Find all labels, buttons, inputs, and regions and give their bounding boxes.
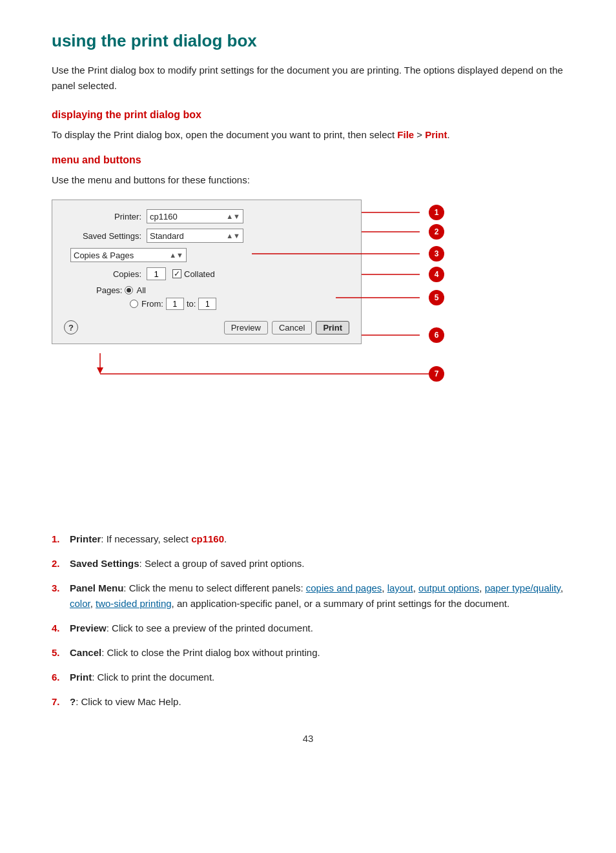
pages-label: Pages: [96,285,122,295]
pages-from-row: From: to: [96,298,349,310]
list-content-5: Cancel: Click to close the Print dialog … [70,645,564,661]
svg-point-13 [429,290,444,305]
svg-point-10 [429,267,444,282]
printer-value: cp1160 [150,212,178,221]
svg-text:4: 4 [435,270,439,279]
help-term: ? [70,696,76,707]
svg-text:6: 6 [435,331,439,340]
list-content-6: Print: Click to print the document. [70,670,564,685]
printer-select[interactable]: cp1160 ▲▼ [147,209,243,223]
saved-label: Saved Settings: [64,231,141,241]
link-copies-pages[interactable]: copies and pages [306,582,382,593]
printer-row: Printer: cp1160 ▲▼ [64,209,349,223]
list-content-2: Saved Settings: Select a group of saved … [70,556,564,571]
from-label: From: [141,299,163,309]
list-num-1: 1. [52,531,70,547]
copies-label: Copies: [64,269,141,279]
link-paper-type[interactable]: paper type/quality [485,582,560,593]
list-item-5: 5. Cancel: Click to close the Print dial… [52,645,564,661]
panel-arrow-icon: ▲▼ [169,251,183,259]
list-content-7: ?: Click to view Mac Help. [70,694,564,710]
help-button[interactable]: ? [64,320,78,334]
list-num-2: 2. [52,556,70,571]
list-content-4: Preview: Click to see a preview of the p… [70,621,564,636]
cp1160-highlight: cp1160 [191,533,224,544]
list-item-7: 7. ?: Click to view Mac Help. [52,694,564,710]
print-button[interactable]: Print [316,321,349,334]
print-dialog: Printer: cp1160 ▲▼ Saved Settings: Stand… [52,200,362,344]
collated-label: Collated [184,269,215,279]
page-title: using the print dialog box [52,31,564,51]
pages-all-row: Pages: All [96,285,349,295]
svg-text:1: 1 [435,208,439,217]
svg-point-4 [429,224,444,240]
svg-marker-19 [97,367,103,374]
svg-point-20 [429,366,444,382]
to-label: to: [187,299,196,309]
printer-term: Printer [70,533,101,544]
link-color[interactable]: color [70,598,90,609]
svg-point-7 [429,246,444,262]
saved-select[interactable]: Standard ▲▼ [147,229,243,243]
cancel-button[interactable]: Cancel [272,321,312,334]
dialog-area: Printer: cp1160 ▲▼ Saved Settings: Stand… [52,200,564,344]
pages-from-radio[interactable] [130,300,138,308]
svg-text:7: 7 [435,369,439,378]
instructions-list: 1. Printer: If necessary, select cp1160.… [52,531,564,710]
copies-input[interactable] [147,267,166,280]
link-two-sided[interactable]: two-sided printing [96,598,172,609]
svg-point-16 [429,327,444,343]
panel-menu-term: Panel Menu [70,582,123,593]
list-num-6: 6. [52,670,70,685]
printer-arrow-icon: ▲▼ [226,212,240,220]
list-num-3: 3. [52,581,70,596]
section1-text: To display the Print dialog box, open th… [52,127,564,143]
preview-term: Preview [70,622,107,633]
print-label: Print [425,129,447,140]
panel-row: Copies & Pages ▲▼ [64,248,349,262]
page-number: 43 [52,733,564,744]
svg-text:5: 5 [435,293,439,302]
copies-row: Copies: ✓ Collated [64,267,349,280]
list-num-7: 7. [52,694,70,710]
list-num-5: 5. [52,645,70,661]
list-item-1: 1. Printer: If necessary, select cp1160. [52,531,564,547]
list-content-1: Printer: If necessary, select cp1160. [70,531,564,547]
section1-post: . [447,129,449,140]
panel-select[interactable]: Copies & Pages ▲▼ [70,248,187,262]
link-output-options[interactable]: output options [418,582,479,593]
dialog-footer: ? Preview Cancel Print [64,316,349,334]
list-item-3: 3. Panel Menu: Click the menu to select … [52,581,564,611]
file-label: File [397,129,414,140]
saved-value: Standard [150,231,184,241]
svg-point-1 [429,205,444,220]
printer-label: Printer: [64,212,141,221]
link-layout[interactable]: layout [387,582,413,593]
list-item-2: 2. Saved Settings: Select a group of sav… [52,556,564,571]
intro-text: Use the Print dialog box to modify print… [52,63,564,94]
to-input[interactable] [198,298,216,310]
saved-settings-term: Saved Settings [70,558,139,569]
collated-checkbox[interactable]: ✓ [172,269,181,278]
list-item-4: 4. Preview: Click to see a preview of th… [52,621,564,636]
footer-buttons: Preview Cancel Print [224,321,349,334]
saved-arrow-icon: ▲▼ [226,232,240,240]
from-input[interactable] [166,298,184,310]
section2-heading: menu and buttons [52,154,564,166]
svg-text:2: 2 [435,227,439,236]
print-term: Print [70,672,92,683]
section1-sep: > [414,129,425,140]
list-item-6: 6. Print: Click to print the document. [52,670,564,685]
dialog-wrapper: Printer: cp1160 ▲▼ Saved Settings: Stand… [52,200,465,344]
section1-heading: displaying the print dialog box [52,109,564,121]
section2-text: Use the menu and buttons for these funct… [52,172,564,188]
all-label: All [136,285,145,295]
list-content-3: Panel Menu: Click the menu to select dif… [70,581,564,611]
cancel-term: Cancel [70,647,101,658]
section1-pre: To display the Print dialog box, open th… [52,129,397,140]
list-num-4: 4. [52,621,70,636]
pages-all-radio[interactable] [125,286,133,294]
panel-value: Copies & Pages [74,251,134,260]
saved-settings-row: Saved Settings: Standard ▲▼ [64,229,349,243]
preview-button[interactable]: Preview [224,321,268,334]
